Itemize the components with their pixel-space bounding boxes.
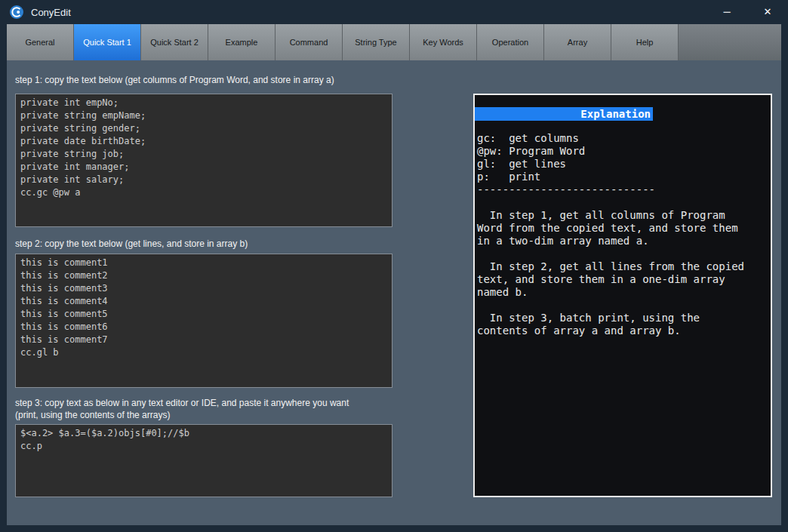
- tab-bar: General Quick Start 1 Quick Start 2 Exam…: [7, 24, 781, 60]
- tab-string-type[interactable]: String Type: [343, 24, 410, 60]
- tab-quick-start-1[interactable]: Quick Start 1: [74, 24, 141, 60]
- close-button[interactable]: ✕: [756, 3, 779, 21]
- main-content: step 1: copy the text below (get columns…: [7, 60, 781, 525]
- tab-help[interactable]: Help: [611, 24, 679, 60]
- tab-command[interactable]: Command: [275, 24, 343, 60]
- title-bar: ConyEdit ─ ✕: [0, 0, 788, 24]
- tab-operation[interactable]: Operation: [477, 24, 544, 60]
- explanation-panel: Explanation gc: get columns @pw: Program…: [473, 94, 772, 497]
- window-controls: ─ ✕: [716, 3, 779, 21]
- explanation-title-highlight: Explanation: [475, 107, 653, 121]
- window-frame: General Quick Start 1 Quick Start 2 Exam…: [7, 24, 781, 525]
- tab-bar-spacer: [679, 24, 781, 60]
- step-1-label: step 1: copy the text below (get columns…: [15, 75, 334, 85]
- step-2-code-block[interactable]: this is comment1 this is comment2 this i…: [15, 254, 392, 388]
- step-2-label: step 2: copy the text below (get lines, …: [15, 238, 248, 249]
- explanation-body: gc: get columns @pw: Program Word gl: ge…: [477, 132, 768, 337]
- app-logo-icon: [9, 5, 24, 20]
- step-1-code-block[interactable]: private int empNo; private string empNam…: [15, 94, 392, 227]
- tab-array[interactable]: Array: [544, 24, 611, 60]
- tab-example[interactable]: Example: [208, 24, 275, 60]
- step-3-label: step 3: copy text as below in any text e…: [15, 397, 349, 421]
- tab-general[interactable]: General: [7, 24, 74, 60]
- step-3-code-block[interactable]: $<a.2> $a.3=($a.2)objs[#0];//$b cc.p: [15, 424, 392, 497]
- tab-key-words[interactable]: Key Words: [410, 24, 477, 60]
- minimize-button[interactable]: ─: [716, 3, 738, 21]
- app-window: ConyEdit ─ ✕ General Quick Start 1 Quick…: [0, 0, 788, 532]
- window-title: ConyEdit: [31, 7, 71, 18]
- tab-quick-start-2[interactable]: Quick Start 2: [141, 24, 208, 60]
